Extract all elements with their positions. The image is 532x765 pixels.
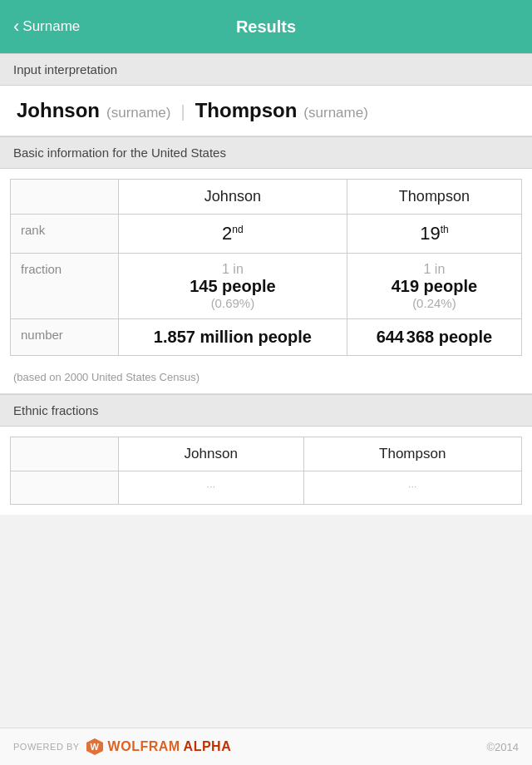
col-header-thompson: Thompson xyxy=(347,180,521,215)
page-title: Results xyxy=(236,17,296,37)
surname2-name: Thompson xyxy=(195,99,298,122)
rank-johnson: 2nd xyxy=(119,215,347,254)
ethnic-col-johnson: Johnson xyxy=(119,437,304,471)
rank-label: rank xyxy=(11,215,119,254)
surname2-type: (surname) xyxy=(303,105,367,121)
header: ‹ Surname Results xyxy=(0,0,532,53)
table-row: ··· ··· xyxy=(11,471,522,505)
number-thompson: 644 368 people xyxy=(347,319,521,356)
input-section-header: Input interpretation xyxy=(0,53,532,86)
back-arrow-icon: ‹ xyxy=(13,17,19,36)
ethnic-table: Johnson Thompson ··· ··· xyxy=(10,437,522,505)
ethnic-col-thompson: Thompson xyxy=(303,437,522,471)
ethnic-col-empty xyxy=(11,437,119,471)
basic-info-table-container: Johnson Thompson rank 2nd 19th fra xyxy=(0,169,532,366)
census-note: (based on 2000 United States Census) xyxy=(0,366,532,394)
fraction-thompson: 1 in 419 people (0.24%) xyxy=(347,254,521,319)
fraction-label: fraction xyxy=(11,254,119,319)
input-interpretation: Johnson (surname) | Thompson (surname) xyxy=(0,86,532,136)
rank-thompson: 19th xyxy=(347,215,521,254)
basic-info-table: Johnson Thompson rank 2nd 19th fra xyxy=(10,179,522,356)
back-button[interactable]: ‹ Surname xyxy=(13,17,80,36)
table-row: number 1.857 million people 644 368 peop… xyxy=(11,319,522,356)
table-row: fraction 1 in 145 people (0.69%) 1 in 41… xyxy=(11,254,522,319)
col-header-empty xyxy=(11,180,119,215)
ethnic-section-header: Ethnic fractions xyxy=(0,394,532,427)
surname1-name: Johnson xyxy=(17,99,100,122)
ethnic-val-thompson: ··· xyxy=(303,471,522,505)
col-header-johnson: Johnson xyxy=(119,180,347,215)
basic-info-section-header: Basic information for the United States xyxy=(0,136,532,169)
number-johnson: 1.857 million people xyxy=(119,319,347,356)
back-label: Surname xyxy=(22,18,80,35)
table-row: rank 2nd 19th xyxy=(11,215,522,254)
ethnic-row-placeholder xyxy=(11,471,119,505)
surname-divider: | xyxy=(180,102,185,121)
ethnic-table-container: Johnson Thompson ··· ··· xyxy=(0,427,532,515)
surname1-type: (surname) xyxy=(106,105,170,121)
ethnic-val-johnson: ··· xyxy=(119,471,304,505)
number-label: number xyxy=(11,319,119,356)
fraction-johnson: 1 in 145 people (0.69%) xyxy=(119,254,347,319)
